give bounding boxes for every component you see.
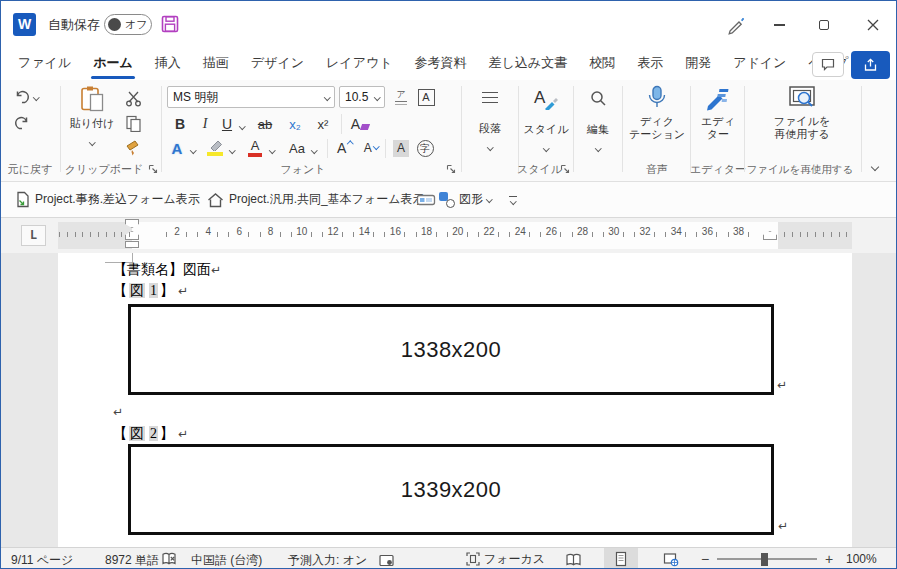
ruler-number: 38 [731, 226, 747, 237]
focus-mode-button[interactable]: フォーカス [466, 548, 545, 569]
minimize-button[interactable] [758, 1, 800, 48]
proofing-status-button[interactable] [161, 552, 177, 569]
tab-addins[interactable]: アドイン [722, 48, 797, 80]
editing-button[interactable]: 編集 [575, 83, 621, 157]
italic-button[interactable]: I [195, 113, 215, 135]
tab-layout[interactable]: レイアウト [315, 48, 404, 80]
tab-design[interactable]: デザイン [240, 48, 315, 80]
ruby-button[interactable]: ア [390, 86, 412, 108]
underline-dropdown[interactable] [237, 121, 247, 131]
tab-mailings[interactable]: 差し込み文書 [478, 48, 579, 80]
paragraph-button[interactable]: 段落 [463, 83, 517, 157]
enclose-characters-button[interactable]: 字 [415, 138, 435, 158]
tab-references[interactable]: 参考資料 [404, 48, 478, 80]
superscript-button[interactable]: x² [311, 113, 335, 135]
paste-button[interactable]: 貼り付け [67, 83, 117, 157]
paragraph-mark: ↵ [178, 427, 188, 441]
highlight-button[interactable] [205, 138, 225, 158]
tab-file[interactable]: ファイル [7, 48, 82, 80]
editor-button[interactable]: エディ ター [692, 83, 744, 157]
char-border-button[interactable]: A [415, 86, 437, 108]
grow-font-button[interactable]: A [333, 138, 357, 158]
read-mode-button[interactable] [559, 551, 587, 568]
word-logo-icon[interactable]: W [13, 13, 36, 36]
zoom-slider-thumb[interactable] [761, 553, 768, 566]
comments-button[interactable] [812, 52, 844, 77]
ruler-tick [404, 232, 405, 237]
format-painter-button[interactable] [123, 138, 143, 158]
bold-button[interactable]: B [169, 113, 191, 135]
web-layout-button[interactable] [657, 551, 685, 568]
shrink-font-button[interactable]: A [359, 138, 383, 158]
close-button[interactable] [850, 1, 896, 48]
ruler-tick [592, 232, 593, 237]
macro-record-button[interactable] [379, 553, 394, 569]
share-button[interactable] [851, 51, 890, 79]
dictation-button[interactable]: ディク テーション [624, 83, 690, 157]
text-effects-dropdown[interactable] [188, 145, 198, 155]
print-layout-icon [614, 551, 628, 567]
qat-item-merge-form[interactable]: Project.事務.差込フォーム表示 [15, 182, 200, 217]
font-size-combo[interactable]: 10.5 [339, 86, 385, 108]
chevron-down-icon [190, 147, 196, 153]
font-name-combo[interactable]: MS 明朝 [167, 86, 335, 108]
language-status[interactable]: 中国語 (台湾) [191, 552, 262, 569]
cut-button[interactable] [123, 88, 143, 108]
redo-button[interactable] [11, 113, 31, 133]
qat-shapes-button[interactable]: 図形 [439, 182, 492, 217]
tab-view[interactable]: 表示 [626, 48, 674, 80]
doc-title-line[interactable]: 【書類名】図面↵ [113, 261, 221, 279]
change-case-dropdown[interactable] [309, 145, 319, 155]
ruler-number: 20 [450, 226, 466, 237]
save-button[interactable] [161, 15, 179, 37]
tab-draw[interactable]: 描画 [192, 48, 240, 80]
ruler-number: 28 [575, 226, 591, 237]
zoom-percentage[interactable]: 100% [846, 552, 877, 566]
figure-2-image[interactable]: 1339x200 [128, 444, 774, 535]
page-indicator[interactable]: 9/11 ページ [11, 552, 73, 569]
styles-button[interactable]: A スタイル [520, 83, 572, 157]
char-shading-button[interactable]: A [391, 138, 411, 158]
tab-developer[interactable]: 開発 [674, 48, 722, 80]
qat-item-base-form[interactable]: Project.汎用.共同_基本フォーム表示 [207, 182, 425, 217]
maximize-button[interactable] [803, 1, 845, 48]
zoom-out-button[interactable]: − [701, 551, 709, 567]
ruler-number: 26 [543, 226, 559, 237]
left-indent-marker[interactable] [125, 241, 139, 248]
qat-textbox-button[interactable] [416, 182, 436, 217]
undo-button[interactable] [11, 87, 41, 107]
text-effects-button[interactable]: A [167, 138, 187, 158]
font-color-dropdown[interactable] [267, 145, 277, 155]
figure-1-image[interactable]: 1338x200 [128, 304, 774, 395]
zoom-in-button[interactable]: + [825, 551, 833, 567]
autosave-toggle[interactable]: オフ [104, 14, 152, 35]
tab-home[interactable]: ホーム [82, 48, 144, 80]
subscript-button[interactable]: x₂ [283, 113, 307, 135]
tab-review[interactable]: 校閲 [578, 48, 626, 80]
font-color-button[interactable]: A [245, 138, 265, 158]
tab-selector-button[interactable]: L [21, 225, 46, 246]
toggle-knob-icon [108, 18, 121, 31]
word-count[interactable]: 8972 単語 [105, 552, 159, 569]
fig1-caption-line[interactable]: 【図1】↵ [113, 282, 188, 300]
styles-dialog-launcher[interactable] [559, 163, 571, 175]
fig2-caption-line[interactable]: 【図2】↵ [113, 425, 188, 443]
document-icon [15, 191, 30, 208]
print-layout-button[interactable] [604, 548, 638, 569]
ink-pen-button[interactable] [726, 15, 746, 39]
change-case-button[interactable]: Aa [285, 138, 309, 158]
copy-button[interactable] [123, 113, 143, 133]
strikethrough-button[interactable]: ab [253, 113, 277, 135]
collapse-ribbon-button[interactable] [867, 160, 883, 174]
reuse-files-button[interactable]: ファイルを 再使用する [746, 83, 858, 157]
subscript-icon: x₂ [289, 117, 301, 132]
tab-insert[interactable]: 挿入 [144, 48, 192, 80]
qat-overflow-button[interactable] [509, 182, 517, 217]
chevron-down-icon [324, 94, 330, 100]
clear-formatting-button[interactable]: A [347, 113, 373, 135]
underline-button[interactable]: U [217, 113, 237, 135]
prediction-status[interactable]: 予測入力: オン [288, 552, 367, 569]
clipboard-dialog-launcher[interactable] [147, 163, 159, 175]
font-dialog-launcher[interactable] [445, 163, 457, 175]
highlight-dropdown[interactable] [227, 145, 237, 155]
